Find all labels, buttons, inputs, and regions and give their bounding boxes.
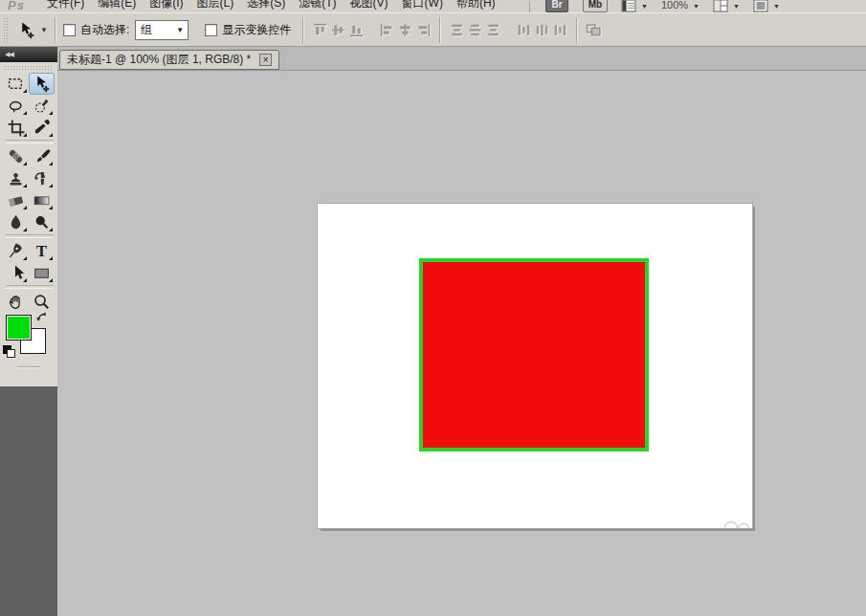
tool-gradient[interactable] — [29, 189, 55, 211]
view-extras-icon — [621, 0, 637, 12]
tool-move[interactable] — [29, 73, 55, 95]
options-bar-grip[interactable] — [3, 17, 10, 43]
align-top-edges-button[interactable] — [312, 22, 328, 38]
screen-mode-icon — [753, 0, 769, 12]
tool-path-selection[interactable] — [3, 262, 29, 284]
auto-select-label: 自动选择: — [80, 22, 129, 38]
menu-item-0[interactable]: 文件(F) — [40, 0, 91, 11]
tool-dodge[interactable] — [29, 211, 55, 233]
document-tab-title: 未标题-1 @ 100% (图层 1, RGB/8) * — [67, 52, 251, 68]
distribute-horizontal-centers-icon — [534, 22, 550, 38]
menu-item-8[interactable]: 帮助(H) — [450, 0, 502, 11]
menu-item-5[interactable]: 滤镜(T) — [292, 0, 343, 11]
arrange-documents-icon — [713, 0, 729, 12]
distribute-bottom-edges-button[interactable] — [485, 22, 501, 38]
menu-item-1[interactable]: 编辑(E) — [91, 0, 143, 11]
flyout-indicator — [49, 256, 53, 260]
tool-quick-selection[interactable] — [29, 95, 55, 117]
auto-select-target-dropdown[interactable]: 组 ▼ — [135, 20, 189, 40]
auto-align-layers-button[interactable] — [586, 22, 602, 38]
arrange-documents-dropdown[interactable]: ▼ — [713, 0, 740, 12]
distribute-horizontal-centers-button[interactable] — [534, 22, 550, 38]
flyout-indicator — [49, 184, 53, 187]
show-transform-checkbox[interactable] — [205, 24, 217, 36]
canvas-area[interactable] — [57, 71, 866, 616]
screen-mode-dropdown[interactable]: ▼ — [753, 0, 780, 12]
chevron-down-icon: ▼ — [40, 24, 48, 36]
photoshop-window: Ps 文件(F)编辑(E)图像(I)图层(L)选择(S)滤镜(T)视图(V)窗口… — [0, 0, 866, 616]
move-tool-icon — [17, 21, 35, 39]
foreground-color-swatch[interactable] — [6, 315, 32, 341]
tool-crop[interactable] — [3, 117, 29, 139]
swap-colors-icon[interactable] — [35, 310, 50, 327]
tool-rectangle[interactable] — [29, 262, 55, 284]
tab-close-button[interactable]: × — [259, 54, 272, 66]
red-rectangle-shape[interactable] — [419, 258, 649, 451]
mini-bridge-button[interactable]: Mb — [583, 0, 608, 12]
distribute-top-edges-icon — [449, 22, 465, 38]
document-tab[interactable]: 未标题-1 @ 100% (图层 1, RGB/8) * × — [59, 50, 279, 70]
tools-grid: T — [3, 73, 56, 313]
distribute-right-edges-button[interactable] — [552, 22, 568, 38]
align-bottom-edges-icon — [348, 22, 365, 38]
tool-eraser[interactable] — [3, 189, 29, 211]
tool-lasso[interactable] — [3, 95, 29, 117]
menu-item-4[interactable]: 选择(S) — [240, 0, 292, 11]
distribute-right-edges-icon — [552, 22, 568, 38]
menu-item-6[interactable]: 视图(V) — [344, 0, 395, 11]
tool-eyedropper[interactable] — [29, 117, 55, 139]
tool-rectangular-marquee[interactable] — [3, 73, 29, 95]
bridge-button[interactable]: Br — [545, 0, 568, 12]
ps-logo: Ps — [8, 0, 25, 12]
default-colors-icon[interactable] — [3, 345, 14, 357]
move-tool-preset[interactable]: ▼ — [17, 21, 48, 39]
distribute-left-edges-icon — [516, 22, 532, 38]
flyout-indicator — [23, 184, 27, 187]
menu-item-2[interactable]: 图像(I) — [143, 0, 189, 11]
align-horizontal-centers-button[interactable] — [397, 22, 413, 38]
tool-healing-brush[interactable] — [3, 145, 29, 167]
separator — [439, 17, 441, 43]
tools-panel-header[interactable]: ◀◀ — [0, 47, 57, 62]
flyout-indicator — [49, 111, 53, 115]
align-horizontal-centers-icon — [397, 22, 413, 38]
separator — [55, 17, 56, 43]
tool-history-brush[interactable] — [29, 167, 55, 189]
align-bottom-edges-button[interactable] — [348, 22, 365, 38]
menu-item-3[interactable]: 图层(L) — [190, 0, 241, 11]
color-swatches — [0, 309, 57, 384]
distribute-left-edges-button[interactable] — [516, 22, 532, 38]
collapse-panel-icon: ◀◀ — [5, 51, 13, 58]
document-canvas[interactable] — [317, 203, 753, 529]
chevron-down-icon: ▼ — [693, 0, 699, 12]
flyout-indicator — [49, 206, 53, 209]
tools-separator — [6, 140, 54, 143]
align-right-edges-button[interactable] — [415, 22, 432, 38]
move-icon — [33, 75, 51, 93]
align-top-edges-icon — [312, 22, 328, 38]
tool-brush[interactable] — [29, 145, 55, 167]
document-tab-bar: 未标题-1 @ 100% (图层 1, RGB/8) * × — [57, 47, 866, 71]
menu-item-7[interactable]: 窗口(W) — [395, 0, 450, 11]
tool-type[interactable]: T — [29, 240, 55, 262]
zoom-level-dropdown[interactable]: 100% ▼ — [661, 0, 699, 12]
separator — [529, 1, 530, 12]
tool-clone-stamp[interactable] — [3, 167, 29, 189]
distribute-top-edges-button[interactable] — [449, 22, 465, 38]
tools-separator — [6, 285, 54, 289]
align-vertical-centers-button[interactable] — [330, 22, 346, 38]
tools-panel-grip[interactable] — [4, 65, 54, 71]
auto-select-checkbox[interactable] — [63, 24, 76, 36]
flyout-indicator — [49, 133, 53, 137]
separator — [576, 17, 578, 43]
tool-blur[interactable] — [3, 211, 29, 233]
distribute-vertical-centers-button[interactable] — [467, 22, 483, 38]
auto-select-target-value: 组 — [141, 22, 176, 38]
distribute-vertical-centers-icon — [467, 22, 483, 38]
view-extras-dropdown[interactable]: ▼ — [621, 0, 648, 12]
svg-text:T: T — [36, 242, 47, 260]
flyout-indicator — [23, 111, 27, 115]
align-left-edges-button[interactable] — [379, 22, 395, 38]
zoom-level-value: 100% — [661, 0, 688, 12]
tool-pen[interactable] — [3, 240, 29, 262]
